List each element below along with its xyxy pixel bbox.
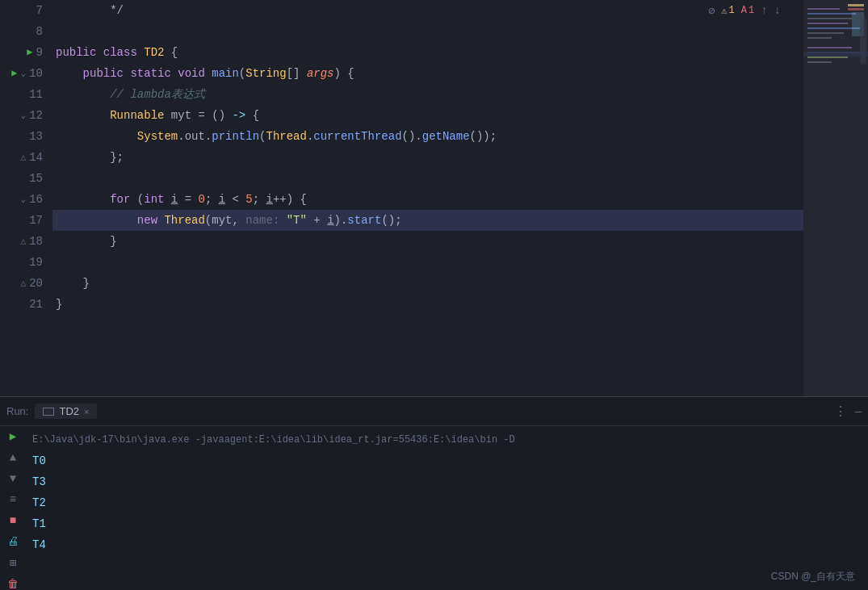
line-num-21: 21 xyxy=(0,294,46,315)
run-close-icon[interactable]: 🗑 xyxy=(7,578,19,590)
no-issues-icon[interactable]: ⊘ xyxy=(708,4,715,18)
code-line-12: Runnable myt = () -> { xyxy=(52,105,803,126)
svg-rect-10 xyxy=(807,56,848,58)
code-line-7: */ xyxy=(52,0,803,21)
run-stop-icon[interactable]: ■ xyxy=(10,514,16,527)
minimap xyxy=(803,0,868,396)
code-line-15 xyxy=(52,168,803,189)
code-line-9: public class TD2 { xyxy=(52,42,803,63)
line-num-11: 11 xyxy=(0,84,46,105)
error-count: 1 xyxy=(748,5,754,16)
line-num-15: 15 xyxy=(0,168,46,189)
output-T4: T4 xyxy=(32,534,862,555)
line-numbers: 7 8 ▶ 9 ▶ ⌄ 10 11 ⌄ 12 13 △ xyxy=(0,0,52,396)
error-badge[interactable]: A 1 xyxy=(741,5,754,16)
run-tab-close[interactable]: × xyxy=(84,407,89,416)
code-content[interactable]: ⊘ ⚠ 1 A 1 ↑ ↓ */ public cla xyxy=(52,0,803,396)
svg-rect-12 xyxy=(803,52,868,56)
code-line-18: } xyxy=(52,231,803,252)
output-T0: T0 xyxy=(32,450,862,471)
run-output[interactable]: E:\Java\jdk-17\bin\java.exe -javaagent:E… xyxy=(26,426,868,590)
code-line-17: new Thread(myt, name: "T" + i).start(); xyxy=(52,210,803,231)
watermark: CSDN @_自有天意 xyxy=(771,570,855,584)
output-T2: T2 xyxy=(32,492,862,513)
line-num-13: 13 xyxy=(0,126,46,147)
output-T3: T3 xyxy=(32,471,862,492)
run-layout-icon[interactable]: ⊞ xyxy=(10,556,16,570)
fold-18[interactable]: △ xyxy=(21,231,27,252)
line-num-19: 19 xyxy=(0,252,46,273)
warning-badge[interactable]: ⚠ 1 xyxy=(721,5,734,17)
code-lines: */ public class TD2 { public static void… xyxy=(52,0,803,315)
run-play-icon[interactable]: ▶ xyxy=(10,429,16,443)
code-line-16: for (int i = 0; i < 5; i++) { xyxy=(52,189,803,210)
code-line-10: public static void main(String[] args) { xyxy=(52,63,803,84)
code-line-8 xyxy=(52,21,803,42)
line-num-20: △ 20 xyxy=(0,273,46,294)
svg-rect-6 xyxy=(807,32,844,34)
line-num-8: 8 xyxy=(0,21,46,42)
run-tab-icon xyxy=(43,408,54,416)
run-sidebar: ▶ ▲ ▼ ≡ ■ 🖨 ⊞ 🗑 xyxy=(0,426,26,590)
svg-rect-3 xyxy=(807,18,852,19)
run-scroll-up-icon[interactable]: ▲ xyxy=(10,451,16,464)
code-line-14: }; xyxy=(52,147,803,168)
code-line-20: } xyxy=(52,273,803,294)
minimize-icon[interactable]: — xyxy=(855,405,862,418)
minimap-svg xyxy=(803,0,868,395)
command-line: E:\Java\jdk-17\bin\java.exe -javaagent:E… xyxy=(32,429,862,450)
output-T1: T1 xyxy=(32,513,862,534)
line-num-7: 7 xyxy=(0,0,46,21)
navigate-down-icon[interactable]: ↓ xyxy=(774,4,781,17)
run-print-icon[interactable]: 🖨 xyxy=(7,535,19,548)
svg-rect-8 xyxy=(807,47,852,48)
svg-rect-13 xyxy=(848,4,864,6)
run-panel: Run: TD2 × ⋮ — ▶ ▲ ▼ ≡ ■ 🖨 ⊞ 🗑 E:\Java\j… xyxy=(0,396,868,590)
navigate-up-icon[interactable]: ↑ xyxy=(761,4,767,17)
more-actions-icon[interactable]: ⋮ xyxy=(834,404,849,420)
error-icon: A xyxy=(741,5,747,16)
scrollbar-thumb[interactable] xyxy=(860,16,866,65)
header-actions: ⋮ — xyxy=(834,404,862,420)
run-wrap-icon[interactable]: ≡ xyxy=(10,493,16,506)
run-arrow-9[interactable]: ▶ xyxy=(27,42,32,63)
svg-rect-2 xyxy=(807,13,856,15)
code-line-11: // lambda表达式 xyxy=(52,84,803,105)
code-line-21: } xyxy=(52,294,803,315)
fold-16[interactable]: ⌄ xyxy=(21,189,27,210)
svg-rect-14 xyxy=(848,8,864,10)
run-arrow-10[interactable]: ▶ xyxy=(11,63,17,84)
warning-count: 1 xyxy=(729,5,735,16)
run-panel-header: Run: TD2 × ⋮ — xyxy=(0,397,868,426)
fold-14[interactable]: △ xyxy=(21,147,27,168)
top-toolbar: ⊘ ⚠ 1 A 1 ↑ ↓ xyxy=(702,0,787,21)
svg-rect-1 xyxy=(807,8,840,10)
svg-rect-0 xyxy=(803,0,868,395)
fold-20[interactable]: △ xyxy=(21,273,27,294)
line-num-9: ▶ 9 xyxy=(0,42,46,63)
line-num-14: △ 14 xyxy=(0,147,46,168)
run-tab[interactable]: TD2 × xyxy=(35,404,97,419)
run-tab-name: TD2 xyxy=(59,405,79,417)
fold-12[interactable]: ⌄ xyxy=(21,105,27,126)
line-num-16: ⌄ 16 xyxy=(0,189,46,210)
line-num-18: △ 18 xyxy=(0,231,46,252)
warning-icon: ⚠ xyxy=(721,5,727,17)
editor-area: 7 8 ▶ 9 ▶ ⌄ 10 11 ⌄ 12 13 △ xyxy=(0,0,868,396)
fold-10[interactable]: ⌄ xyxy=(21,63,27,84)
run-scroll-down-icon[interactable]: ▼ xyxy=(10,472,16,485)
run-label: Run: xyxy=(6,405,28,417)
run-panel-body: ▶ ▲ ▼ ≡ ■ 🖨 ⊞ 🗑 E:\Java\jdk-17\bin\java.… xyxy=(0,426,868,590)
line-num-12: ⌄ 12 xyxy=(0,105,46,126)
line-num-10: ▶ ⌄ 10 xyxy=(0,63,46,84)
svg-rect-11 xyxy=(807,61,832,63)
code-line-19 xyxy=(52,252,803,273)
svg-rect-4 xyxy=(807,23,848,24)
code-line-13: System.out.println(Thread.currentThread(… xyxy=(52,126,803,147)
svg-rect-7 xyxy=(807,37,832,39)
line-num-17: 17 xyxy=(0,210,46,231)
